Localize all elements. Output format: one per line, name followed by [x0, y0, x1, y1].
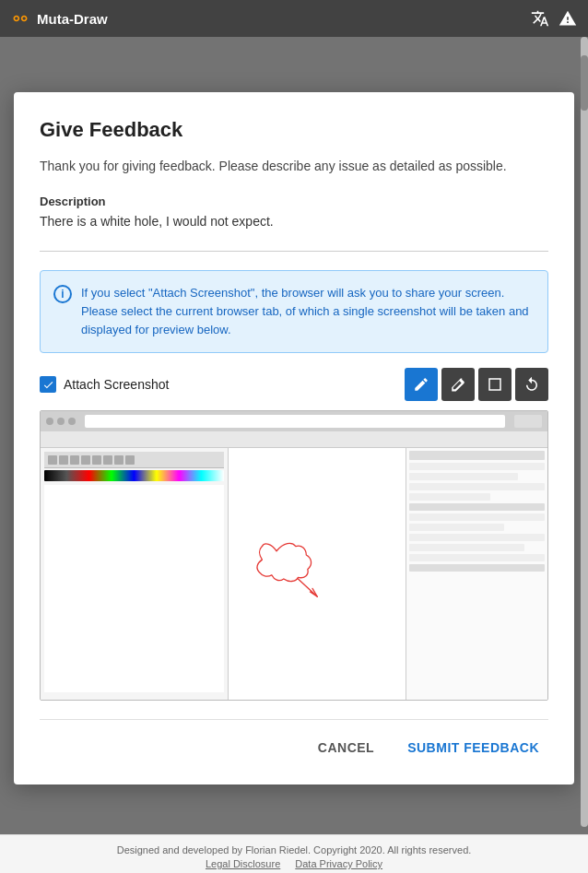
eraser-tool-button[interactable]	[441, 368, 475, 401]
undo-icon	[523, 376, 540, 393]
ss-dot1	[46, 418, 53, 425]
square-icon	[487, 376, 503, 393]
topbar: Muta-Draw	[0, 0, 588, 37]
submit-feedback-button[interactable]: SUBMIT FEEDBACK	[398, 733, 548, 762]
modal-overlay: Give Feedback Thank you for giving feedb…	[0, 37, 588, 873]
screenshot-preview	[40, 410, 548, 701]
ss-right-line10	[409, 544, 524, 551]
scrollbar-thumb[interactable]	[581, 55, 588, 111]
ss-right-line3	[409, 473, 518, 480]
ss-mini-btn5	[92, 455, 101, 465]
drawing-toolbar	[405, 368, 548, 401]
ss-mini-btn8	[125, 455, 135, 465]
section-divider	[40, 251, 548, 252]
description-label: Description	[40, 195, 548, 208]
ss-mini-btn2	[59, 455, 68, 465]
ss-mini-btn1	[48, 455, 57, 465]
ss-mini-btn4	[81, 455, 90, 465]
ss-mini-btn6	[103, 455, 112, 465]
attach-screenshot-row: Attach Screenshot	[40, 368, 548, 401]
description-text: There is a white hole, I would not expec…	[40, 214, 548, 229]
ss-right-line5	[409, 493, 490, 501]
attach-screenshot-text: Attach Screenshot	[64, 377, 169, 392]
pencil-tool-button[interactable]	[405, 368, 438, 401]
ss-nav-buttons	[514, 415, 542, 428]
ss-right-panel	[406, 448, 547, 700]
ss-dot3	[68, 418, 76, 425]
footer-text: Designed and developed by Florian Riedel…	[117, 844, 472, 855]
app-title-group: Muta-Draw	[11, 9, 108, 28]
attach-screenshot-label[interactable]: Attach Screenshot	[40, 376, 169, 393]
eraser-icon	[450, 376, 466, 393]
cancel-button[interactable]: CANCEL	[309, 733, 383, 762]
alert-icon[interactable]	[559, 9, 577, 28]
ss-right-line7	[409, 513, 545, 521]
feedback-modal: Give Feedback Thank you for giving feedb…	[14, 92, 574, 785]
ss-right-line2	[409, 463, 545, 470]
ss-addressbar	[85, 415, 505, 428]
ss-right-line11	[409, 554, 545, 561]
ss-content	[41, 448, 547, 700]
page-footer: Designed and developed by Florian Riedel…	[0, 834, 588, 873]
ss-browser-topbar	[41, 411, 547, 431]
info-box-text: If you select "Attach Screenshot", the b…	[81, 284, 535, 339]
ss-right-line1	[409, 451, 545, 460]
legal-disclosure-link[interactable]: Legal Disclosure	[206, 858, 280, 869]
ss-right-line8	[409, 524, 504, 531]
attach-screenshot-checkbox[interactable]	[40, 376, 56, 393]
ss-right-line12	[409, 564, 545, 572]
ss-dot2	[57, 418, 65, 425]
ss-mini-btn7	[114, 455, 123, 465]
topbar-actions	[531, 9, 577, 28]
page-scrollbar[interactable]	[581, 37, 588, 827]
square-tool-button[interactable]	[478, 368, 512, 401]
ss-right-line6	[409, 503, 545, 511]
info-icon: i	[53, 285, 72, 303]
modal-footer: CANCEL SUBMIT FEEDBACK	[40, 719, 548, 762]
ss-colorbar	[44, 470, 224, 481]
ss-main-canvas	[229, 448, 406, 700]
modal-subtitle: Thank you for giving feedback. Please de…	[40, 157, 548, 176]
undo-tool-button[interactable]	[515, 368, 548, 401]
privacy-policy-link[interactable]: Data Privacy Policy	[295, 858, 382, 869]
ss-canvas-area	[44, 485, 224, 692]
ss-statusbar	[41, 700, 547, 701]
ss-mini-btn3	[70, 455, 79, 465]
ss-mini-toolbar	[44, 452, 224, 468]
translate-icon[interactable]	[531, 9, 549, 28]
app-name-label: Muta-Draw	[37, 11, 108, 27]
modal-title: Give Feedback	[40, 118, 548, 142]
footer-links: Legal Disclosure Data Privacy Policy	[0, 858, 588, 869]
ss-toolbar2	[41, 431, 547, 448]
pencil-icon	[413, 376, 429, 393]
checkmark-icon	[42, 379, 54, 391]
screenshot-inner	[41, 411, 547, 700]
annotation-drawing	[229, 448, 406, 700]
app-logo-icon	[11, 9, 29, 28]
ss-right-line9	[409, 534, 545, 541]
ss-right-line4	[409, 483, 545, 490]
ss-left-panel	[41, 448, 229, 700]
info-box: i If you select "Attach Screenshot", the…	[40, 270, 548, 353]
